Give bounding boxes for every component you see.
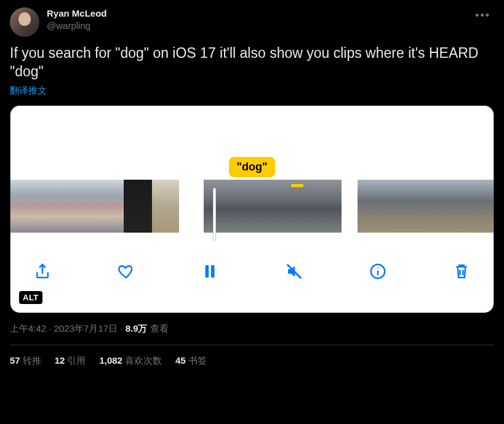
clip-thumbnail: [204, 180, 238, 233]
heart-icon[interactable]: [115, 260, 137, 282]
clip-group-1[interactable]: [10, 180, 179, 233]
search-term-chip: "dog": [229, 157, 274, 177]
likes-stat[interactable]: 1,082喜欢次数: [99, 355, 162, 367]
clip-thumbnail: [39, 180, 67, 233]
tweet-date: 2023年7月17日: [54, 323, 118, 334]
display-name: Ryan McLeod: [47, 7, 464, 20]
retweets-stat[interactable]: 57转推: [10, 355, 41, 367]
clip-thumbnail: [437, 180, 463, 233]
avatar[interactable]: [10, 7, 39, 37]
info-icon[interactable]: [367, 260, 389, 282]
clip-thumbnail: [463, 180, 490, 233]
tweet-text: If you search for "dog" on iOS 17 it'll …: [10, 44, 494, 81]
video-timeline[interactable]: [10, 180, 494, 233]
views-label: 查看: [150, 323, 169, 334]
clip-thumbnail: [238, 180, 273, 233]
timeline-playhead[interactable]: [213, 188, 216, 241]
clip-thumbnail: [124, 180, 152, 233]
tweet-stats: 57转推 12引用 1,082喜欢次数 45书签: [10, 345, 494, 367]
clip-thumbnail: [307, 180, 342, 233]
clip-thumbnail: [490, 180, 494, 233]
clip-thumbnail: [384, 180, 410, 233]
user-handle: @warpling: [47, 20, 464, 32]
media-toolbar: [10, 233, 494, 294]
tweet-time: 上午4:42: [10, 323, 46, 334]
pause-icon[interactable]: [199, 260, 221, 282]
translate-link[interactable]: 翻译推文: [10, 85, 47, 97]
tweet-container: Ryan McLeod @warpling ••• If you search …: [0, 0, 504, 374]
svg-point-5: [377, 267, 378, 268]
bookmarks-stat[interactable]: 45书签: [175, 355, 207, 367]
clip-thumbnail: [67, 180, 95, 233]
trash-icon[interactable]: [450, 260, 473, 282]
user-info[interactable]: Ryan McLeod @warpling: [47, 7, 464, 31]
clip-thumbnail: [152, 180, 179, 233]
clip-thumbnail: [95, 180, 124, 233]
clip-thumbnail: [273, 180, 307, 233]
alt-badge[interactable]: ALT: [19, 291, 42, 304]
clip-thumbnail: [358, 180, 384, 233]
clip-thumbnail: [410, 180, 437, 233]
more-button[interactable]: •••: [471, 7, 494, 23]
tweet-meta[interactable]: 上午4:42 · 2023年7月17日 · 8.9万 查看: [10, 323, 494, 345]
timeline-match-marker: [291, 184, 303, 187]
clip-group-3[interactable]: [358, 180, 494, 233]
views-count: 8.9万: [126, 323, 148, 334]
quotes-stat[interactable]: 12引用: [55, 355, 86, 367]
media-card[interactable]: "dog": [10, 105, 494, 313]
mute-icon[interactable]: [283, 260, 305, 282]
clip-group-2[interactable]: [204, 180, 342, 233]
media-preview-top: "dog": [10, 106, 494, 180]
svg-rect-0: [206, 265, 209, 278]
clip-thumbnail: [10, 180, 39, 233]
svg-rect-1: [211, 265, 215, 278]
share-icon[interactable]: [31, 260, 54, 282]
tweet-header: Ryan McLeod @warpling •••: [10, 7, 494, 37]
